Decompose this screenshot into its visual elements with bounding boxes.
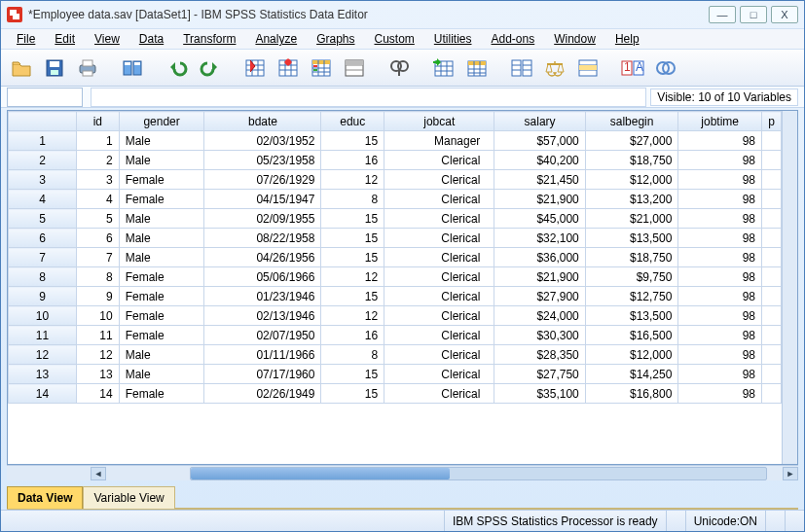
find-icon[interactable] [384,53,414,83]
cell-gender[interactable]: Male [119,229,204,248]
goto-cell-input[interactable] [7,88,83,107]
menu-view[interactable]: View [85,30,129,48]
cell-id[interactable]: 10 [77,306,120,326]
cell-id[interactable]: 4 [77,190,120,209]
value-labels-icon[interactable]: 1A [618,53,647,83]
use-sets-icon[interactable] [651,53,680,83]
cell-jobcat[interactable]: Clerical [384,248,494,267]
cell-jobcat[interactable]: Clerical [384,170,494,190]
menu-graphs[interactable]: Graphs [307,30,364,48]
cell-educ[interactable]: 15 [321,287,384,306]
cell-jobcat[interactable]: Clerical [384,287,494,306]
cell-salbegin[interactable]: $12,000 [585,170,678,190]
cell-jobcat[interactable]: Clerical [384,209,494,229]
cell-p[interactable] [762,267,782,287]
row-header[interactable]: 12 [9,345,77,365]
cell-salbegin[interactable]: $14,250 [585,365,678,384]
cell-p[interactable] [762,384,782,404]
cell-bdate[interactable]: 07/17/1960 [204,365,321,384]
cell-bdate[interactable]: 04/15/1947 [204,190,321,209]
cell-jobtime[interactable]: 98 [678,326,762,345]
cell-gender[interactable]: Male [119,365,204,384]
cell-educ[interactable]: 12 [321,170,384,190]
cell-salbegin[interactable]: $12,000 [585,345,678,365]
cell-id[interactable]: 11 [77,326,120,345]
cell-gender[interactable]: Female [119,267,204,287]
close-button[interactable]: X [771,6,798,23]
cell-jobtime[interactable]: 98 [678,229,762,248]
cell-jobcat[interactable]: Clerical [384,151,494,170]
cell-educ[interactable]: 15 [321,229,384,248]
print-icon[interactable] [73,53,102,83]
cell-salary[interactable]: $32,100 [494,229,585,248]
cell-p[interactable] [762,345,782,365]
hscroll-right-button[interactable]: ► [783,467,798,480]
row-header[interactable]: 7 [9,248,77,267]
tab-data-view[interactable]: Data View [7,486,83,509]
menu-utilities[interactable]: Utilities [424,30,482,48]
cell-salary[interactable]: $21,450 [494,170,585,190]
cell-bdate[interactable]: 02/26/1949 [204,384,321,404]
cell-p[interactable] [762,131,782,151]
cell-bdate[interactable]: 04/26/1956 [204,248,321,267]
cell-salary[interactable]: $28,350 [494,345,585,365]
select-cases-icon[interactable] [573,53,603,83]
cell-salary[interactable]: $21,900 [494,190,585,209]
row-header[interactable]: 4 [9,190,77,209]
cell-salary[interactable]: $35,100 [494,384,585,404]
cell-educ[interactable]: 12 [321,306,384,326]
cell-educ[interactable]: 16 [321,151,384,170]
cell-educ[interactable]: 16 [321,326,384,345]
cell-bdate[interactable]: 02/07/1950 [204,326,321,345]
cell-gender[interactable]: Female [119,190,204,209]
cell-salbegin[interactable]: $18,750 [585,151,678,170]
cell-salbegin[interactable]: $13,500 [585,229,678,248]
row-header[interactable]: 1 [9,131,77,151]
open-icon[interactable] [7,53,36,83]
cell-gender[interactable]: Female [119,326,204,345]
cell-value-input[interactable] [91,88,646,107]
row-header[interactable]: 9 [9,287,77,306]
menu-file[interactable]: File [7,30,45,48]
row-header[interactable]: 2 [9,151,77,170]
row-header[interactable]: 3 [9,170,77,190]
hscroll-track[interactable] [190,467,767,480]
cell-id[interactable]: 7 [77,248,120,267]
horizontal-scrollbar[interactable]: ◄ ► [7,465,798,480]
cell-jobtime[interactable]: 98 [678,209,762,229]
cell-jobcat[interactable]: Clerical [384,365,494,384]
cell-id[interactable]: 3 [77,170,120,190]
cell-id[interactable]: 8 [77,267,120,287]
cell-gender[interactable]: Female [119,306,204,326]
minimize-button[interactable]: — [709,6,736,23]
cell-p[interactable] [762,209,782,229]
weight-cases-icon[interactable] [540,53,569,83]
cell-p[interactable] [762,170,782,190]
cell-jobcat[interactable]: Clerical [384,190,494,209]
row-header[interactable]: 10 [9,306,77,326]
cell-salbegin[interactable]: $21,000 [585,209,678,229]
cell-id[interactable]: 6 [77,229,120,248]
cell-educ[interactable]: 12 [321,267,384,287]
cell-gender[interactable]: Female [119,287,204,306]
cell-bdate[interactable]: 05/23/1958 [204,151,321,170]
col-jobcat[interactable]: jobcat [384,112,494,131]
col-salary[interactable]: salary [494,112,585,131]
hscroll-thumb[interactable] [191,468,450,479]
menu-data[interactable]: Data [129,30,173,48]
menu-help[interactable]: Help [605,30,649,48]
recall-dialog-icon[interactable] [118,53,147,83]
cell-jobcat[interactable]: Clerical [384,384,494,404]
col-bdate[interactable]: bdate [204,112,321,131]
row-header[interactable]: 13 [9,365,77,384]
cell-salary[interactable]: $30,300 [494,326,585,345]
row-header[interactable]: 8 [9,267,77,287]
tab-variable-view[interactable]: Variable View [83,486,174,509]
cell-p[interactable] [762,229,782,248]
cell-educ[interactable]: 15 [321,365,384,384]
cell-gender[interactable]: Male [119,345,204,365]
run-icon[interactable] [340,53,369,83]
menu-analyze[interactable]: Analyze [245,30,307,48]
cell-salary[interactable]: $24,000 [494,306,585,326]
cell-id[interactable]: 9 [77,287,120,306]
